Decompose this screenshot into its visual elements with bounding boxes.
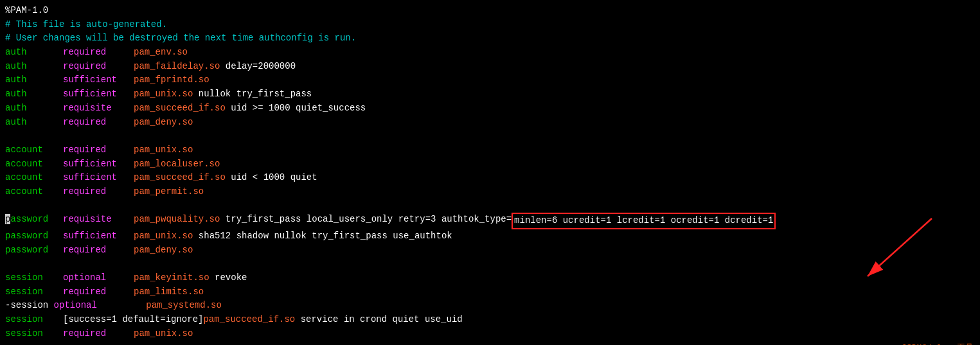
rule-col2: required [63,60,134,74]
terminal-line: # This file is auto-generated. [5,18,975,32]
rule-col1: account [5,171,63,185]
rule-rest: revoke [209,271,247,285]
rule-col1: session [5,313,63,327]
rule-col1: account [5,185,63,199]
terminal-line: accountrequiredpam_unix.so [5,143,975,157]
terminal-line: accountrequiredpam_permit.so [5,185,975,199]
rule-col3: pam_fprintd.so [134,73,209,87]
rule-col3: pam_deny.so [134,243,193,258]
terminal-line: sessionoptionalpam_keyinit.so revoke [5,271,975,285]
rule-col2: required [63,116,134,130]
rule-col3: pam_unix.so [134,143,193,157]
rule-col2: required [63,143,134,157]
rule-col2: sufficient [63,229,134,243]
rule-rest: sha512 shadow nullok try_first_pass use_… [193,229,452,243]
terminal-line: -session optional pam_systemd.so [5,299,975,313]
rule-col1: session [5,285,63,299]
terminal-line: passwordsufficientpam_unix.so sha512 sha… [5,229,975,243]
rule-col3: pam_limits.so [134,285,204,299]
rule-rest: service in crond quiet use_uid [295,313,462,327]
terminal-line: # User changes will be destroyed the nex… [5,31,975,46]
rule-col2: sufficient [63,157,134,172]
terminal-line: accountsufficientpam_succeed_if.so uid <… [5,171,975,185]
rule-col2: requisite [63,102,134,116]
terminal-line: passwordrequisitepam_pwquality.so try_fi… [5,213,975,229]
rule-col2: sufficient [63,87,134,102]
rule-col1: session [5,271,63,285]
terminal-line: authrequiredpam_faildelay.so delay=20000… [5,60,975,74]
rule-col1: auth [5,46,63,60]
terminal-line: authrequisitepam_succeed_if.so uid >= 10… [5,102,975,116]
terminal-line: authsufficientpam_unix.so nullok try_fir… [5,87,975,102]
rule-col1: auth [5,102,63,116]
rule-col2: required [63,185,134,199]
rule-col3: pam_succeed_if.so [134,102,226,116]
terminal-line: passwordrequiredpam_deny.so [5,243,975,258]
rule-col2: sufficient [63,73,134,87]
rule-col2: sufficient [63,171,134,185]
rule-col3: pam_permit.so [134,185,204,199]
terminal-line: %PAM-1.0 [5,4,975,18]
terminal-line: sessionrequiredpam_unix.so [5,327,975,341]
rule-col1: session [5,327,63,341]
rule-rest: uid < 1000 quiet [226,171,317,185]
session-dash-col3: pam_systemd.so [119,299,222,313]
rule-col1: password [5,229,63,243]
terminal-line [5,199,975,213]
rule-col3: pam_unix.so [134,87,193,102]
rule-col3: pam_pwquality.so [134,213,220,229]
rule-col1: auth [5,87,63,102]
rule-col3: pam_faildelay.so [134,60,220,74]
rule-col1: auth [5,73,63,87]
rule-col1: password [5,213,63,229]
rule-col3: pam_keyinit.so [134,271,209,285]
rule-rest: nullok try_first_pass [193,87,312,102]
terminal-line [5,257,975,271]
rule-rest: uid >= 1000 quiet_success [226,102,366,116]
terminal-line: authrequiredpam_env.so [5,46,975,60]
session-dash-col1: -session [5,299,48,313]
watermark: CSDN@dalayy工具 [902,342,974,345]
terminal-line [5,129,975,143]
rule-col3: pam_env.so [134,46,188,60]
rule-col1: auth [5,60,63,74]
terminal-line: accountsufficientpam_localuser.so [5,157,975,172]
rule-col3: pam_deny.so [134,116,193,130]
rule-col3: pam_unix.so [134,327,193,341]
comment-text: # User changes will be destroyed the nex… [5,31,356,46]
rule-col1: password [5,243,63,258]
rule-col2: required [63,327,134,341]
comment-text: # This file is auto-generated. [5,18,167,32]
rule-col3: pam_succeed_if.so [134,171,226,185]
terminal-line: authsufficientpam_fprintd.so [5,73,975,87]
rule-col2: required [63,243,134,258]
rule-col2: required [63,46,134,60]
rule-col1: auth [5,116,63,130]
terminal-line: authrequiredpam_deny.so [5,116,975,130]
terminal-line: session[success=1 default=ignore] pam_su… [5,313,975,327]
tilde: ~ [5,341,10,346]
rule-col2: optional [63,271,134,285]
rule-before-highlight: try_first_pass local_users_only retry=3 … [220,213,512,229]
header-text: %PAM-1.0 [5,4,48,18]
rule-col2: requisite [63,213,134,229]
terminal: %PAM-1.0# This file is auto-generated.# … [0,0,980,345]
bracket-col2: [success=1 default=ignore] [63,313,203,327]
rule-col2: required [63,285,134,299]
terminal-line: sessionrequiredpam_limits.so [5,285,975,299]
rule-col1: account [5,157,63,172]
session-dash-col2: optional [48,299,119,313]
rule-col3: pam_unix.so [134,229,193,243]
highlight-box: minlen=6 ucredit=1 lcredit=1 ocredit=1 d… [512,213,776,229]
rule-col3: pam_localuser.so [134,157,220,172]
terminal-line: ~ [5,341,975,346]
rule-col3: pam_succeed_if.so [203,313,295,327]
rule-col1: account [5,143,63,157]
rule-rest: delay=2000000 [220,60,296,74]
